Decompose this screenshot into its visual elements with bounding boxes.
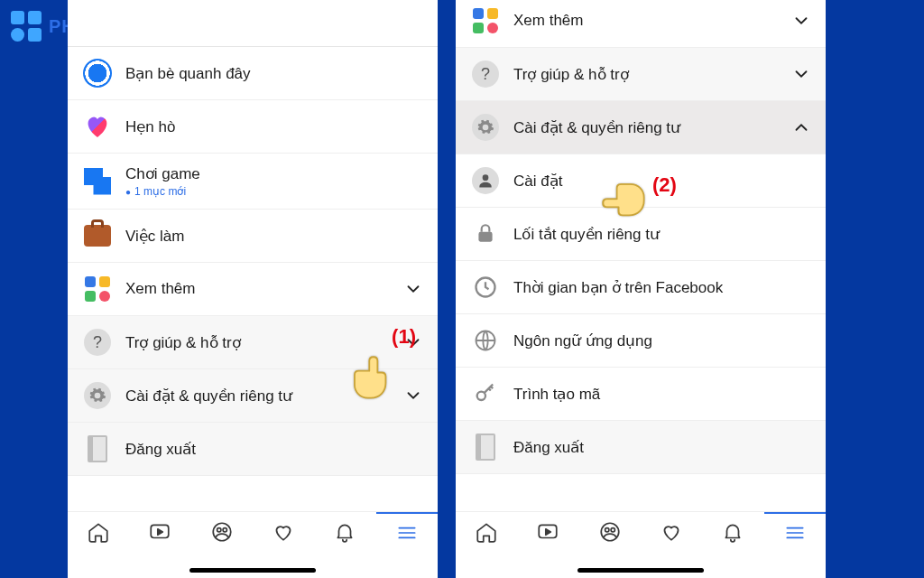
chevron-down-icon xyxy=(403,386,423,406)
menu-label: Đăng xuất xyxy=(125,440,423,459)
home-icon xyxy=(475,520,498,547)
callout-1: (1) xyxy=(392,325,416,349)
question-icon: ? xyxy=(82,327,113,358)
nav-tab-watch[interactable] xyxy=(129,512,190,555)
menu-item-app-language[interactable]: Ngôn ngữ ứng dụng xyxy=(456,314,826,368)
svg-point-10 xyxy=(601,523,619,541)
callout-2: (2) xyxy=(652,173,677,197)
nav-tab-dating[interactable] xyxy=(253,512,314,555)
lock-icon xyxy=(470,219,501,249)
facebook-menu-panel-right: Xem thêm ? Trợ giúp & hỗ trợ Cài đặt & q… xyxy=(456,0,826,578)
menu-label: Thời gian bạn ở trên Facebook xyxy=(513,278,811,297)
menu-label: Lối tắt quyền riêng tư xyxy=(513,225,811,244)
svg-point-12 xyxy=(611,527,614,531)
menu-label: Trợ giúp & hỗ trợ xyxy=(513,65,779,84)
nav-tab-menu[interactable] xyxy=(764,512,826,555)
dating-icon xyxy=(660,520,683,547)
door-icon xyxy=(470,432,501,462)
menu-label: Xem thêm xyxy=(125,280,391,298)
gear-icon xyxy=(82,380,113,411)
menu-label: Trình tạo mã xyxy=(513,385,811,404)
question-icon: ? xyxy=(470,59,501,89)
menu-item-logout[interactable]: Đăng xuất xyxy=(456,421,826,474)
menu-item-settings-privacy[interactable]: Cài đặt & quyền riêng tư xyxy=(456,101,826,154)
nav-tab-notifications[interactable] xyxy=(314,512,375,555)
facebook-menu-panel-left: Bạn bè quanh đây Hẹn hò Chơi game 1 mục … xyxy=(68,0,438,578)
menu-icon xyxy=(783,521,807,548)
game-icon xyxy=(82,166,113,197)
menu-item-friends-nearby[interactable]: Bạn bè quanh đây xyxy=(68,47,438,100)
nav-tab-watch[interactable] xyxy=(517,512,578,555)
panel-top-crop xyxy=(68,0,438,47)
tiles-icon xyxy=(470,5,501,36)
pointer-hand-2-icon xyxy=(596,175,652,228)
svg-point-1 xyxy=(213,523,231,541)
chevron-up-icon xyxy=(791,117,811,137)
nav-tab-groups[interactable] xyxy=(579,512,641,555)
nav-tab-notifications[interactable] xyxy=(702,512,763,555)
menu-item-logout[interactable]: Đăng xuất xyxy=(68,423,438,476)
watch-icon xyxy=(536,520,559,547)
bottom-nav xyxy=(456,511,826,555)
svg-point-11 xyxy=(605,527,608,531)
dating-icon xyxy=(272,520,295,547)
menu-item-see-more[interactable]: Xem thêm xyxy=(68,263,438,316)
home-indicator xyxy=(578,568,704,573)
notifications-icon xyxy=(333,520,356,547)
menu-label: Đăng xuất xyxy=(513,438,811,457)
pointer-hand-1-icon xyxy=(346,350,398,406)
chevron-down-icon xyxy=(791,11,811,31)
nav-tab-home[interactable] xyxy=(456,512,517,555)
menu-label: Ngôn ngữ ứng dụng xyxy=(513,331,811,350)
menu-icon xyxy=(395,521,419,548)
watch-icon xyxy=(148,520,171,547)
globe-icon xyxy=(470,325,501,356)
chevron-down-icon xyxy=(791,64,811,84)
menu-item-jobs[interactable]: Việc làm xyxy=(68,210,438,263)
briefcase-icon xyxy=(82,220,113,251)
nav-tab-home[interactable] xyxy=(68,512,129,555)
svg-rect-5 xyxy=(478,232,492,242)
gear-icon xyxy=(470,112,501,143)
home-indicator xyxy=(189,568,316,573)
menu-label: Chơi game xyxy=(125,164,423,183)
logo-mark-icon xyxy=(11,11,42,42)
menu-label: Xem thêm xyxy=(513,12,779,30)
menu-label: Bạn bè quanh đây xyxy=(125,64,423,83)
key-icon xyxy=(470,378,501,409)
menu-item-see-more[interactable]: Xem thêm xyxy=(456,0,826,48)
svg-point-2 xyxy=(217,527,220,531)
notifications-icon xyxy=(721,520,744,547)
nav-tab-menu[interactable] xyxy=(376,512,438,555)
bottom-nav xyxy=(68,511,438,555)
tiles-icon xyxy=(82,274,113,304)
friends-icon xyxy=(82,58,113,89)
menu-item-code-gen[interactable]: Trình tạo mã xyxy=(456,368,826,421)
menu-item-gaming[interactable]: Chơi game 1 mục mới xyxy=(68,154,438,210)
menu-item-help[interactable]: ? Trợ giúp & hỗ trợ xyxy=(456,48,826,101)
menu-label: Hẹn hò xyxy=(125,117,423,136)
nav-tab-groups[interactable] xyxy=(191,512,253,555)
menu-item-dating[interactable]: Hẹn hò xyxy=(68,100,438,154)
svg-point-3 xyxy=(223,527,226,531)
clock-icon xyxy=(470,272,501,303)
person-icon xyxy=(470,165,501,196)
svg-point-8 xyxy=(477,392,485,400)
nav-tab-dating[interactable] xyxy=(641,512,702,555)
home-icon xyxy=(87,520,110,547)
menu-item-your-time[interactable]: Thời gian bạn ở trên Facebook xyxy=(456,261,826,314)
menu-sublabel: 1 mục mới xyxy=(125,185,423,198)
menu-label: Trợ giúp & hỗ trợ xyxy=(125,333,391,352)
svg-point-4 xyxy=(483,174,489,181)
chevron-down-icon xyxy=(403,279,423,299)
heart-icon xyxy=(82,111,113,142)
menu-label: Cài đặt & quyền riêng tư xyxy=(513,118,779,137)
menu-label: Việc làm xyxy=(125,227,423,246)
door-icon xyxy=(82,434,113,464)
groups-icon xyxy=(210,520,234,547)
groups-icon xyxy=(598,520,622,547)
